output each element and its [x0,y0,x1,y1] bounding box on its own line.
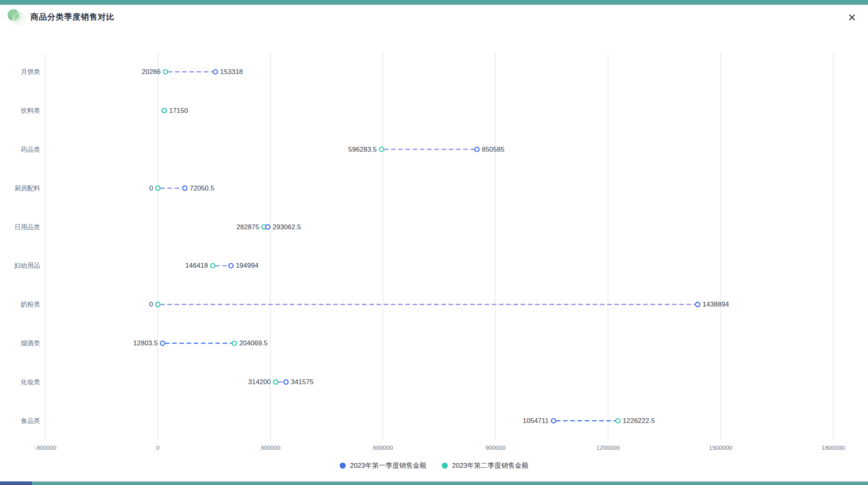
category-label: 饮料类 [20,107,40,114]
category-label: 药品类 [21,146,40,153]
legend-label: 2023年第一季度销售金额 [350,461,427,470]
x-tick-label: 600000 [373,444,393,451]
category-label: 妇幼用品 [14,262,40,269]
value-label: 1054711 [523,417,549,425]
data-point-q1[interactable] [551,419,556,423]
value-label: 204069.5 [239,339,268,347]
legend-dot-icon [442,463,448,469]
chart-legend: 2023年第一季度销售金额2023年第二季度销售金额 [0,461,868,470]
category-label: 厨房配料 [14,185,40,192]
value-label: 0 [149,184,153,192]
data-point-q1[interactable] [695,302,700,307]
legend-label: 2023年第二季度销售金额 [452,461,529,470]
app-window: 商品分类季度销售对比 ✕ -30000003000006000009000001… [0,0,868,485]
dumbbell-chart: -300000030000060000090000012000001500000… [0,0,868,485]
data-point-q1[interactable] [266,225,270,229]
legend-dot-icon [340,463,346,469]
data-point-q2[interactable] [616,419,620,423]
value-label: 146418 [185,262,208,269]
x-tick-label: -300000 [34,444,56,451]
data-point-q2[interactable] [232,341,237,345]
bottom-bar-accent [0,481,32,485]
category-label: 烟酒类 [21,340,40,347]
x-tick-label: 1200000 [596,444,620,451]
data-point-q2[interactable] [211,263,215,268]
value-label: 596283.5 [348,146,377,153]
category-label: 食品类 [21,417,40,424]
value-label: 0 [149,301,153,308]
value-label: 12803.5 [133,339,158,347]
category-label: 奶粉类 [21,301,40,308]
data-point-q1[interactable] [160,341,165,345]
data-point-q1[interactable] [284,380,288,384]
x-tick-label: 1800000 [822,444,845,451]
value-label: 194994 [236,262,259,269]
value-label: 314200 [248,378,271,386]
data-point-q2[interactable] [379,147,384,152]
data-point-q1[interactable] [213,70,218,74]
x-tick-label: 300000 [260,444,280,451]
x-tick-label: 0 [156,444,159,451]
bottom-bar [0,481,868,485]
data-point-q2[interactable] [156,186,160,190]
value-label: 850585 [482,146,505,153]
category-label: 化妆类 [20,379,40,385]
value-label: 293062.5 [273,223,301,231]
category-label: 月饼类 [21,68,40,75]
value-label: 20286 [142,68,161,76]
value-label: 1438894 [703,301,729,308]
data-point-q2[interactable] [156,302,160,307]
value-label: 153318 [220,68,243,76]
data-point-q2[interactable] [163,70,168,74]
x-tick-label: 1500000 [709,444,732,451]
value-label: 72050.5 [189,184,214,192]
value-label: 341575 [291,378,314,386]
legend-item-q1[interactable]: 2023年第一季度销售金额 [340,461,427,470]
x-tick-label: 900000 [485,444,505,451]
data-point-q2[interactable] [274,380,278,384]
value-label: 282875 [236,223,259,231]
data-point-q1[interactable] [183,186,187,190]
data-point-q1[interactable] [229,263,233,268]
legend-item-q2[interactable]: 2023年第二季度销售金额 [442,461,529,470]
data-point-q1[interactable] [475,147,479,152]
value-label: 17150 [169,107,188,114]
value-label: 1226222.5 [623,417,655,425]
category-label: 日用品类 [14,224,40,230]
data-point-q2[interactable] [162,108,167,113]
